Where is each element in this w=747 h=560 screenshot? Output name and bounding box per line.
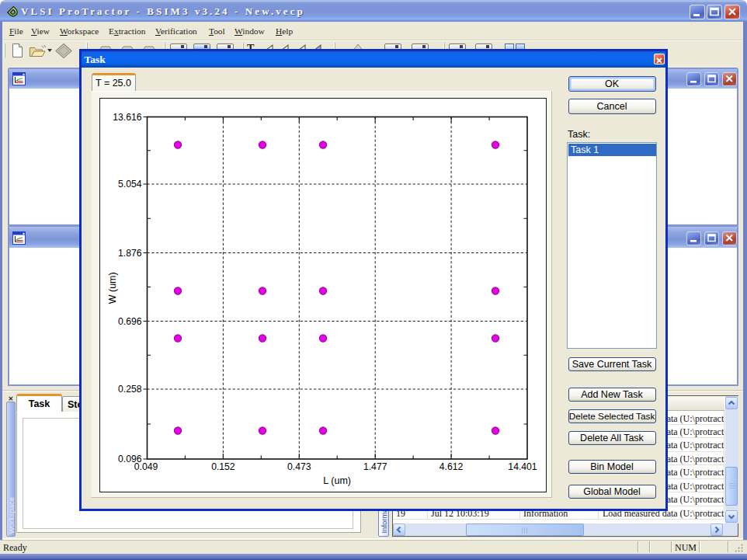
svg-text:1.477: 1.477 xyxy=(363,461,387,471)
svg-text:0.049: 0.049 xyxy=(134,461,158,471)
svg-text:0.473: 0.473 xyxy=(287,461,311,471)
svg-text:0.696: 0.696 xyxy=(118,315,142,326)
svg-text:0.258: 0.258 xyxy=(118,384,142,395)
svg-text:0.152: 0.152 xyxy=(211,461,235,471)
svg-text:1.876: 1.876 xyxy=(118,247,142,258)
svg-text:L (um): L (um) xyxy=(323,475,351,486)
svg-text:13.616: 13.616 xyxy=(113,111,141,122)
svg-text:4.612: 4.612 xyxy=(440,461,464,471)
svg-text:5.054: 5.054 xyxy=(118,179,142,190)
svg-text:W (um): W (um) xyxy=(107,272,118,304)
svg-text:14.401: 14.401 xyxy=(508,461,537,471)
